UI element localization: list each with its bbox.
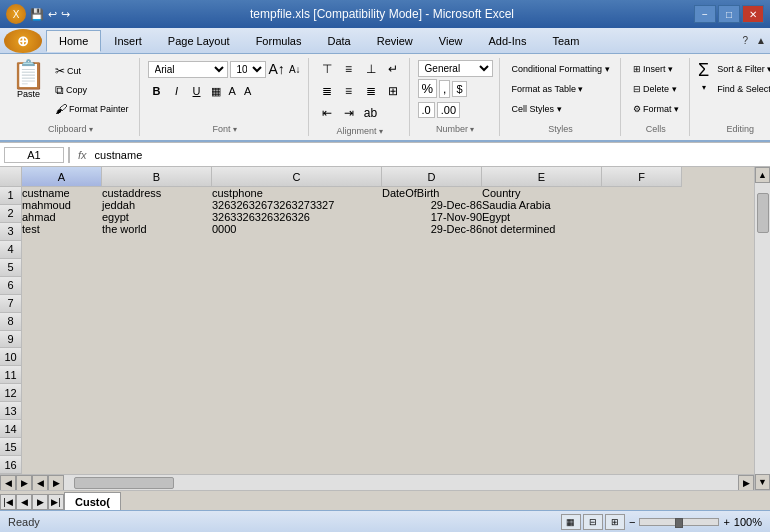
cell-F3[interactable] [602, 211, 682, 223]
border-button[interactable]: ▦ [208, 83, 224, 100]
alignment-expand[interactable]: ▾ [379, 127, 383, 136]
sheet-next-btn[interactable]: ▶ [32, 494, 48, 510]
tab-team[interactable]: Team [539, 30, 592, 52]
normal-view-btn[interactable]: ▦ [561, 514, 581, 530]
col-header-A[interactable]: A [22, 167, 102, 187]
office-button[interactable]: ⊕ [4, 29, 42, 53]
align-right-btn[interactable]: ≣ [361, 82, 381, 100]
tab-formulas[interactable]: Formulas [243, 30, 315, 52]
zoom-in-btn[interactable]: + [723, 516, 729, 528]
cell-C4[interactable]: 0000 [212, 223, 382, 235]
underline-button[interactable]: U [188, 82, 206, 100]
row-header-16[interactable]: 16 [0, 456, 22, 474]
scroll-right-btn[interactable]: ▶ [16, 475, 32, 491]
scroll-next-btn[interactable]: ▶ [48, 475, 64, 491]
cell-C1[interactable]: custphone [212, 187, 382, 199]
scroll-down-btn[interactable]: ▼ [755, 474, 770, 490]
clipboard-expand[interactable]: ▾ [89, 125, 93, 134]
col-header-F[interactable]: F [602, 167, 682, 187]
font-size-select[interactable]: 10 [230, 61, 266, 78]
row-header-10[interactable]: 10 [0, 348, 22, 366]
scroll-up-btn[interactable]: ▲ [755, 167, 770, 183]
col-header-D[interactable]: D [382, 167, 482, 187]
cell-A3[interactable]: ahmad [22, 211, 102, 223]
cell-E2[interactable]: Saudia Arabia [482, 199, 602, 211]
row-header-3[interactable]: 3 [0, 223, 22, 241]
font-expand[interactable]: ▾ [233, 125, 237, 134]
number-format-select[interactable]: General Number Currency Date Text [418, 60, 493, 77]
tab-data[interactable]: Data [314, 30, 363, 52]
font-color-button[interactable]: A [241, 83, 254, 99]
row-header-4[interactable]: 4 [0, 241, 22, 259]
col-header-E[interactable]: E [482, 167, 602, 187]
cell-C2[interactable]: 32632632673263273327 [212, 199, 382, 211]
cell-reference-input[interactable] [4, 147, 64, 163]
help-btn[interactable]: ? [739, 33, 753, 48]
wrap-text-btn[interactable]: ↵ [383, 60, 403, 78]
sheet-tab-custo[interactable]: Custo( [64, 492, 121, 510]
header-corner[interactable] [0, 167, 22, 187]
delete-cells-btn[interactable]: ⊟ Delete ▾ [629, 80, 684, 98]
align-left-btn[interactable]: ≣ [317, 82, 337, 100]
row-header-1[interactable]: 1 [0, 187, 22, 205]
cell-D2[interactable]: 29-Dec-86 [382, 199, 482, 211]
cell-A4[interactable]: test [22, 223, 102, 235]
decrease-decimal-btn[interactable]: .00 [437, 102, 460, 118]
sheet-prev-btn[interactable]: ◀ [16, 494, 32, 510]
cell-C3[interactable]: 3263326326326326 [212, 211, 382, 223]
conditional-formatting-btn[interactable]: Conditional Formatting ▾ [508, 60, 614, 78]
sheet-first-btn[interactable]: |◀ [0, 494, 16, 510]
tab-insert[interactable]: Insert [101, 30, 155, 52]
decrease-font-btn[interactable]: A↓ [288, 63, 302, 76]
row-header-12[interactable]: 12 [0, 384, 22, 402]
row-header-9[interactable]: 9 [0, 331, 22, 349]
cell-B2[interactable]: jeddah [102, 199, 212, 211]
percent-btn[interactable]: % [418, 79, 438, 98]
format-as-table-btn[interactable]: Format as Table ▾ [508, 80, 614, 98]
align-top-btn[interactable]: ⊤ [317, 60, 337, 78]
cell-E4[interactable]: not determined [482, 223, 602, 235]
orientation-btn[interactable]: ab [361, 104, 381, 122]
sort-filter-btn[interactable]: Sort & Filter ▾ [713, 60, 770, 78]
v-scroll-thumb[interactable] [757, 193, 769, 233]
row-header-6[interactable]: 6 [0, 277, 22, 295]
cell-E3[interactable]: Egypt [482, 211, 602, 223]
comma-btn[interactable]: , [439, 80, 450, 98]
formula-input[interactable] [91, 148, 766, 162]
minimize-button[interactable]: − [694, 5, 716, 23]
cell-A1[interactable]: custname [22, 187, 102, 199]
tab-add-ins[interactable]: Add-Ins [475, 30, 539, 52]
close-button[interactable]: ✕ [742, 5, 764, 23]
currency-btn[interactable]: $ [452, 81, 466, 97]
paste-button[interactable]: 📋 Paste [8, 58, 49, 102]
redo-quick[interactable]: ↪ [61, 8, 70, 21]
tab-page-layout[interactable]: Page Layout [155, 30, 243, 52]
vertical-scrollbar[interactable]: ▲ ▼ [754, 167, 770, 490]
cell-B4[interactable]: the world [102, 223, 212, 235]
tab-home[interactable]: Home [46, 30, 101, 52]
cell-A2[interactable]: mahmoud [22, 199, 102, 211]
sheet-last-btn[interactable]: ▶| [48, 494, 64, 510]
maximize-button[interactable]: □ [718, 5, 740, 23]
increase-font-btn[interactable]: A↑ [268, 60, 286, 78]
row-header-15[interactable]: 15 [0, 438, 22, 456]
format-painter-button[interactable]: 🖌 Format Painter [51, 100, 133, 118]
scroll-left-btn[interactable]: ◀ [0, 475, 16, 491]
col-header-B[interactable]: B [102, 167, 212, 187]
align-bottom-btn[interactable]: ⊥ [361, 60, 381, 78]
tab-review[interactable]: Review [364, 30, 426, 52]
italic-button[interactable]: I [168, 82, 186, 100]
save-quick[interactable]: 💾 [30, 8, 44, 21]
decrease-indent-btn[interactable]: ⇤ [317, 104, 337, 122]
h-scroll-thumb[interactable] [74, 477, 174, 489]
cell-styles-btn[interactable]: Cell Styles ▾ [508, 100, 614, 118]
number-expand[interactable]: ▾ [470, 125, 474, 134]
row-header-14[interactable]: 14 [0, 420, 22, 438]
align-center-btn[interactable]: ≡ [339, 82, 359, 100]
font-name-select[interactable]: Arial [148, 61, 228, 78]
scroll-end-btn[interactable]: ▶ [738, 475, 754, 491]
copy-button[interactable]: ⧉ Copy [51, 81, 133, 99]
cell-F1[interactable] [602, 187, 682, 199]
fill-color-button[interactable]: A [226, 83, 239, 99]
row-header-7[interactable]: 7 [0, 295, 22, 313]
